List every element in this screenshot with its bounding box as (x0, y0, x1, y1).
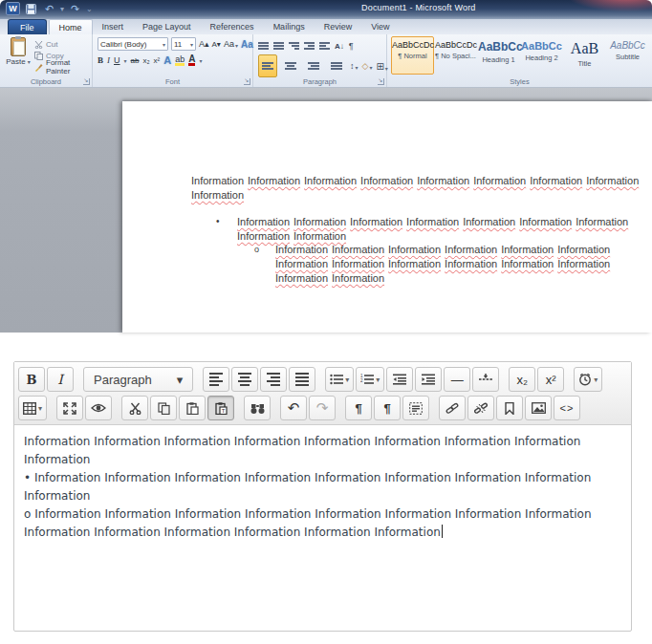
italic-button[interactable]: I (107, 55, 110, 65)
page-break-button[interactable] (472, 367, 499, 392)
tab-review[interactable]: Review (315, 19, 362, 34)
subscript-button[interactable]: x₂ (509, 367, 535, 392)
word-doc-text[interactable]: InformationInformationInformationInforma… (191, 174, 631, 285)
align-center-button[interactable] (281, 54, 300, 77)
visual-blocks-button[interactable]: ¶ (374, 396, 401, 420)
insert-datetime-dropdown-icon[interactable]: ▾ (594, 376, 598, 384)
source-code-button[interactable]: <> (554, 396, 580, 420)
font-dialog-launcher[interactable]: ↘ (244, 78, 250, 85)
redo-button[interactable]: ↷ (309, 396, 336, 420)
numbered-list-dropdown-icon[interactable]: ▾ (376, 376, 380, 384)
word-page[interactable]: InformationInformationInformationInforma… (122, 101, 652, 333)
font-color-dropdown-icon[interactable]: ▾ (199, 57, 202, 64)
bullet-list-dropdown-icon[interactable]: ▾ (345, 376, 349, 384)
style-heading-2[interactable]: AaBbCc Heading 2 (520, 36, 563, 75)
tab-mailings[interactable]: Mailings (264, 19, 315, 34)
horizontal-rule-button[interactable]: — (444, 367, 470, 392)
align-justify-button[interactable] (289, 367, 315, 392)
text-effects-button[interactable]: A (163, 54, 171, 66)
clipboard-dialog-launcher[interactable]: ↘ (83, 78, 90, 85)
line-spacing-dropdown-icon[interactable]: ▾ (356, 64, 359, 71)
copy-button[interactable] (150, 396, 177, 420)
align-left-button[interactable] (258, 54, 277, 77)
change-case-dropdown-icon[interactable]: ▾ (235, 42, 238, 49)
cut-button[interactable]: Cut (34, 38, 92, 50)
paste-as-text-button[interactable]: T (207, 396, 234, 420)
undo-icon[interactable]: ↶ (42, 2, 56, 15)
tab-references[interactable]: References (201, 19, 264, 34)
unlink-button[interactable] (467, 396, 494, 420)
align-right-button[interactable] (304, 54, 323, 77)
underline-button[interactable]: U (114, 55, 120, 65)
indent-button[interactable] (415, 367, 442, 392)
numbered-list-button[interactable]: 12 ▾ (356, 367, 384, 392)
clear-formatting-button[interactable]: Aa (241, 39, 253, 50)
tab-file[interactable]: File (8, 19, 47, 34)
shrink-font-button[interactable]: A▾ (212, 40, 221, 49)
align-justify-button[interactable] (327, 54, 346, 77)
subscript-button[interactable]: x₂ (142, 56, 149, 65)
change-case-button[interactable]: Aa▾ (224, 39, 238, 49)
anchor-button[interactable] (496, 396, 523, 420)
format-select-dropdown-icon[interactable]: ▾ (177, 373, 184, 387)
shading-dropdown-icon[interactable]: ▾ (369, 64, 372, 71)
font-size-select[interactable]: 11 ▾ (171, 37, 196, 51)
paragraph-dialog-launcher[interactable]: ↘ (378, 78, 384, 85)
font-color-button[interactable]: A (188, 55, 195, 66)
paste-button[interactable]: Paste ▾ (4, 37, 33, 75)
font-family-dropdown-icon[interactable]: ▾ (163, 41, 165, 48)
borders-button[interactable]: ⊞▾ (376, 61, 387, 72)
decrease-indent-button[interactable] (304, 37, 315, 54)
qat-customize-icon[interactable]: ⌄ (86, 5, 93, 13)
format-select[interactable]: Paragraph ▾ (83, 367, 193, 392)
insert-datetime-button[interactable]: ▾ (574, 367, 602, 392)
table-button[interactable]: ▾ (18, 396, 47, 420)
image-button[interactable] (525, 396, 552, 420)
paste-dropdown-icon[interactable]: ▾ (28, 59, 31, 65)
align-center-button[interactable] (231, 367, 258, 392)
bullets-button[interactable] (258, 37, 269, 54)
undo-button[interactable]: ↶ (280, 396, 307, 420)
cut-button[interactable] (121, 396, 148, 420)
italic-button[interactable]: I (47, 367, 74, 392)
style-normal[interactable]: AaBbCcDc ¶ Normal (391, 36, 434, 75)
redo-icon[interactable]: ↷ (68, 2, 82, 15)
tab-view[interactable]: View (361, 19, 399, 34)
bullet-list-button[interactable]: ▾ (325, 367, 354, 392)
tab-insert[interactable]: Insert (93, 19, 134, 34)
sort-button[interactable]: A↓ (335, 42, 344, 51)
superscript-button[interactable]: x² (537, 367, 564, 392)
format-painter-button[interactable]: Format Painter (34, 61, 92, 73)
tab-page-layout[interactable]: Page Layout (133, 19, 201, 34)
tab-home[interactable]: Home (49, 19, 93, 34)
align-left-button[interactable] (203, 367, 229, 392)
template-button[interactable] (402, 396, 429, 420)
outdent-button[interactable] (386, 367, 413, 392)
font-size-dropdown-icon[interactable]: ▾ (190, 41, 193, 48)
editor-content[interactable]: Information Information Information Info… (14, 425, 631, 549)
show-paragraph-marks-button[interactable]: ¶ (349, 41, 354, 51)
visual-chars-button[interactable]: ¶ (345, 396, 372, 420)
paste-button[interactable] (179, 396, 206, 420)
shading-button[interactable]: ◇▾ (362, 61, 373, 71)
strikethrough-button[interactable]: ab (131, 56, 140, 65)
save-icon[interactable] (24, 2, 38, 15)
preview-button[interactable] (85, 396, 112, 420)
font-family-select[interactable]: Calibri (Body) ▾ (98, 37, 168, 51)
highlight-button[interactable]: ab (175, 55, 185, 66)
align-right-button[interactable] (260, 367, 287, 392)
bold-button[interactable]: B (98, 55, 103, 65)
table-dropdown-icon[interactable]: ▾ (38, 404, 42, 413)
superscript-button[interactable]: x² (154, 56, 161, 65)
multilevel-list-button[interactable] (289, 37, 299, 54)
undo-dropdown-icon[interactable]: ▾ (60, 5, 64, 13)
underline-dropdown-icon[interactable]: ▾ (124, 57, 127, 64)
fullscreen-button[interactable] (56, 396, 83, 420)
bold-button[interactable]: B (18, 367, 45, 392)
line-spacing-button[interactable]: ↕▾ (350, 61, 359, 71)
increase-indent-button[interactable] (319, 37, 330, 54)
find-replace-button[interactable] (244, 396, 271, 420)
style-title[interactable]: AaB Title (563, 36, 606, 75)
grow-font-button[interactable]: A▴ (199, 39, 209, 49)
link-button[interactable] (439, 396, 466, 420)
